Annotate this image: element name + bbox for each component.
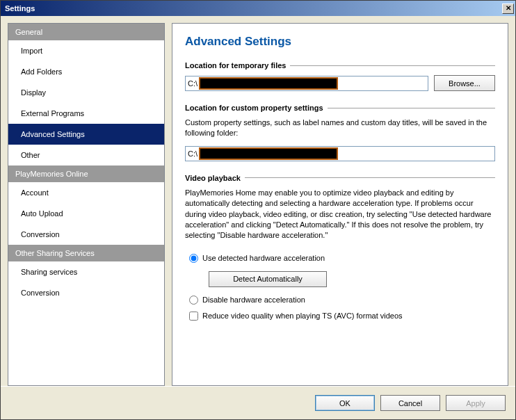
radio-use-detected-input[interactable] — [189, 254, 198, 263]
section-video-playback: Video playback PlayMemories Home may ena… — [185, 174, 495, 321]
checkbox-reduce-input[interactable] — [189, 312, 198, 321]
sidebar: General Import Add Folders Display Exter… — [8, 23, 165, 386]
radio-use-detected-label: Use detected hardware acceleration — [202, 254, 325, 262]
temp-path-row: C:\ Browse... — [185, 75, 495, 91]
cancel-button[interactable]: Cancel — [380, 395, 440, 411]
section-header: Location for custom property settings — [185, 104, 495, 112]
divider-line — [290, 65, 495, 66]
section-title-custom: Location for custom property settings — [185, 104, 323, 112]
section-temp-files: Location for temporary files C:\ Browse.… — [185, 61, 495, 91]
checkbox-reduce-label: Reduce video quality when playing TS (AV… — [202, 312, 403, 320]
section-custom-props: Location for custom property settings Cu… — [185, 104, 495, 161]
content-panel: Advanced Settings Location for temporary… — [172, 23, 508, 386]
divider-line — [328, 108, 495, 108]
custom-path-input[interactable]: C:\ — [185, 146, 495, 161]
section-title-video: Video playback — [185, 174, 241, 182]
sidebar-item-external-programs[interactable]: External Programs — [8, 103, 164, 124]
ok-button[interactable]: OK — [315, 395, 375, 411]
section-header: Video playback — [185, 174, 495, 182]
close-icon[interactable]: ✕ — [502, 3, 514, 14]
redacted-path — [199, 147, 338, 160]
sidebar-item-conversion-os[interactable]: Conversion — [8, 282, 164, 303]
section-header: Location for temporary files — [185, 61, 495, 70]
detect-automatically-button[interactable]: Detect Automatically — [209, 271, 327, 287]
video-desc: PlayMemories Home may enable you to opti… — [185, 188, 495, 241]
titlebar: Settings ✕ — [1, 1, 515, 16]
sidebar-item-display[interactable]: Display — [8, 82, 164, 103]
sidebar-header-playmemories: PlayMemories Online — [8, 165, 164, 182]
apply-button[interactable]: Apply — [446, 395, 506, 411]
temp-path-prefix: C:\ — [188, 79, 199, 88]
video-controls: Use detected hardware acceleration Detec… — [185, 248, 495, 321]
sidebar-item-add-folders[interactable]: Add Folders — [8, 61, 164, 82]
temp-path-input[interactable]: C:\ — [185, 76, 428, 91]
footer: OK Cancel Apply — [1, 386, 515, 419]
custom-path-row: C:\ — [185, 146, 495, 161]
radio-disable-label: Disable hardware acceleration — [202, 296, 305, 304]
page-title: Advanced Settings — [185, 35, 495, 49]
sidebar-header-general: General — [8, 24, 164, 40]
body: General Import Add Folders Display Exter… — [1, 16, 515, 386]
divider-line — [245, 177, 495, 178]
section-title-temp: Location for temporary files — [185, 61, 286, 70]
sidebar-item-sharing-services[interactable]: Sharing services — [8, 261, 164, 282]
sidebar-header-other-sharing: Other Sharing Services — [8, 245, 164, 261]
redacted-path — [199, 77, 338, 90]
radio-use-detected[interactable]: Use detected hardware acceleration — [189, 254, 491, 263]
settings-window: Settings ✕ General Import Add Folders Di… — [0, 0, 516, 420]
sidebar-item-auto-upload[interactable]: Auto Upload — [8, 203, 164, 224]
sidebar-item-conversion-pm[interactable]: Conversion — [8, 224, 164, 245]
browse-button[interactable]: Browse... — [434, 75, 495, 91]
custom-path-prefix: C:\ — [188, 150, 199, 158]
sidebar-item-account[interactable]: Account — [8, 182, 164, 203]
custom-props-desc: Custom property settings, such as label … — [185, 118, 495, 139]
radio-disable[interactable]: Disable hardware acceleration — [189, 296, 491, 305]
radio-disable-input[interactable] — [189, 296, 198, 305]
sidebar-item-advanced-settings[interactable]: Advanced Settings — [8, 124, 164, 145]
sidebar-item-import[interactable]: Import — [8, 40, 164, 61]
window-title: Settings — [5, 4, 502, 13]
sidebar-item-other[interactable]: Other — [8, 145, 164, 165]
checkbox-reduce-quality[interactable]: Reduce video quality when playing TS (AV… — [189, 312, 491, 321]
